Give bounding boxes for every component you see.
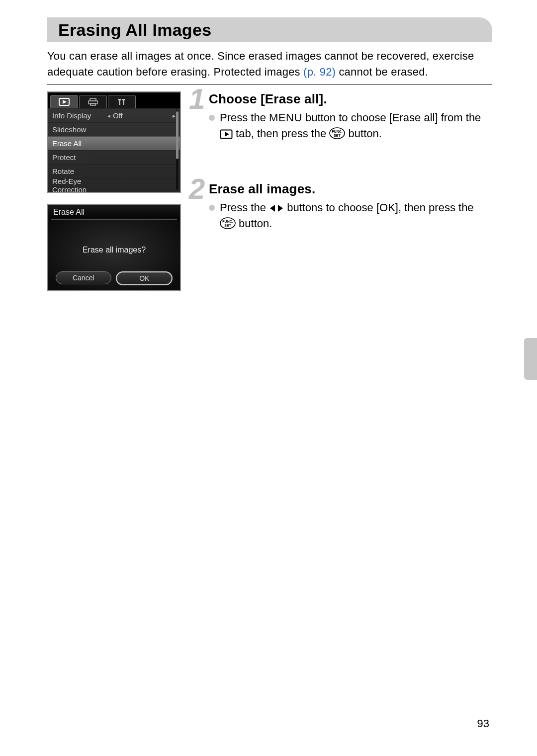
menu-row-label: Info Display: [52, 111, 107, 120]
step-text: button.: [345, 127, 381, 140]
camera-menu-body: Info Display ◂ Off ▸ Slideshow Erase All…: [48, 108, 180, 192]
section-title: Erasing All Images: [47, 17, 492, 42]
bullet-icon: [209, 115, 215, 121]
menu-row-label: Protect: [52, 153, 107, 162]
step-body: Press the MENU button to choose [Erase a…: [209, 110, 492, 142]
bullet-icon: [209, 205, 215, 211]
step-text: button.: [236, 217, 272, 230]
confirm-body: Erase all images? Cancel OK: [48, 220, 180, 290]
menu-row-label: Rotate: [52, 167, 107, 175]
svg-marker-14: [270, 205, 275, 212]
playback-tab-icon: [220, 129, 233, 139]
camera-tabs: [48, 92, 180, 108]
menu-row-label: Erase All: [52, 139, 107, 148]
svg-text:FUNC.: FUNC.: [222, 220, 233, 223]
step-body: Press the buttons to choose [OK], then p…: [209, 200, 492, 232]
step-text: Press the: [220, 201, 269, 214]
step-title: Erase all images.: [209, 181, 492, 197]
confirm-header: Erase All: [48, 205, 180, 219]
camera-scrollbar: [176, 110, 179, 190]
section-title-bar: Erasing All Images: [47, 17, 492, 42]
func-set-icon: FUNC.SET: [220, 217, 236, 229]
menu-row: Rotate: [48, 164, 180, 178]
menu-row: Info Display ◂ Off ▸: [48, 108, 180, 122]
svg-rect-4: [90, 103, 95, 105]
step-title: Choose [Erase all].: [209, 91, 492, 107]
ok-button: OK: [116, 271, 173, 285]
menu-row: Slideshow: [48, 122, 180, 136]
page-number: 93: [477, 717, 489, 730]
svg-rect-8: [122, 99, 125, 100]
menu-row: Red-Eye Correction: [48, 178, 180, 192]
page-ref-link[interactable]: (p. 92): [303, 66, 336, 78]
left-right-arrows-icon: [269, 203, 284, 213]
edge-thumb-tab: [524, 338, 537, 380]
step-text: tab, then press the: [233, 127, 329, 140]
confirm-button-row: Cancel OK: [48, 271, 180, 285]
print-tab-icon: [79, 95, 107, 108]
svg-text:SET: SET: [224, 224, 231, 227]
svg-marker-1: [63, 100, 67, 104]
arrow-right-icon: ▸: [172, 112, 176, 119]
svg-marker-15: [278, 205, 283, 212]
tools-tab-icon: [108, 95, 136, 108]
confirm-prompt: Erase all images?: [48, 246, 180, 254]
camera-scrollbar-thumb: [176, 111, 179, 159]
menu-row-selected: Erase All: [48, 136, 180, 150]
step-2: 2 Erase all images. Press the buttons to…: [189, 181, 492, 232]
svg-marker-10: [225, 132, 229, 137]
camera-menu-screenshot: Info Display ◂ Off ▸ Slideshow Erase All…: [47, 91, 181, 193]
step-number: 2: [189, 174, 204, 203]
playback-tab-icon: [50, 95, 78, 108]
svg-rect-7: [118, 99, 121, 100]
func-set-icon: FUNC.SET: [329, 127, 345, 139]
menu-row-label: Red-Eye Correction: [52, 177, 107, 194]
step-text: button to choose [Erase all] from the: [302, 111, 481, 124]
menu-keyword: MENU: [269, 111, 302, 124]
cancel-button: Cancel: [56, 271, 111, 284]
divider: [47, 84, 492, 84]
svg-text:FUNC.: FUNC.: [332, 130, 343, 133]
step-text: Press the: [220, 111, 269, 124]
menu-row-label: Slideshow: [52, 125, 107, 134]
step-text: buttons to choose [OK], then press the: [284, 201, 474, 214]
svg-text:SET: SET: [334, 134, 341, 137]
menu-row: Protect: [48, 150, 180, 164]
step-1: 1 Choose [Erase all]. Press the MENU but…: [189, 91, 492, 142]
arrow-left-icon: ◂: [107, 112, 111, 119]
intro-text-2: cannot be erased.: [336, 66, 428, 78]
menu-row-value: Off: [111, 111, 172, 120]
camera-confirm-screenshot: Erase All Erase all images? Cancel OK: [47, 204, 181, 291]
intro-paragraph: You can erase all images at once. Since …: [47, 48, 492, 80]
step-number: 1: [189, 84, 204, 113]
